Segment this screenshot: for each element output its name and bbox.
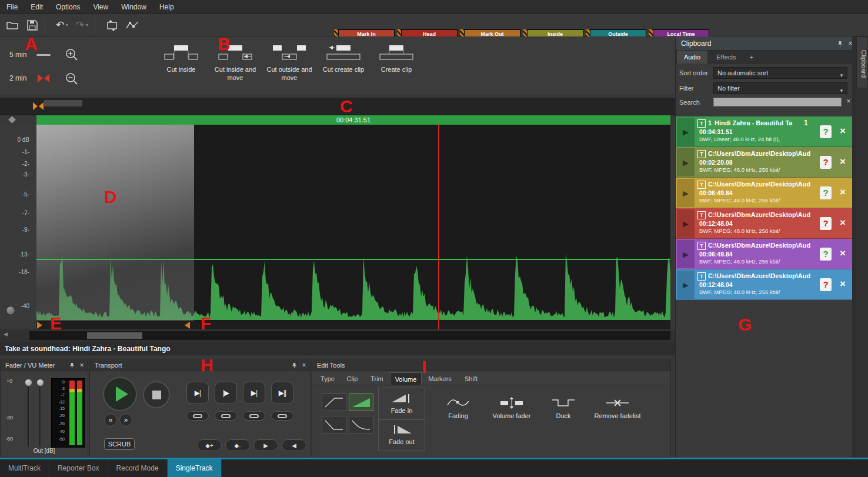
fader-track-right[interactable] [39, 382, 41, 446]
tab-markers[interactable]: Markers [423, 372, 457, 385]
fade-out-button[interactable]: Fade out [379, 419, 425, 451]
clip-row-5[interactable]: ▶ T C:\Users\DbmAzure\Desktop\Aud 00:06:… [676, 239, 852, 269]
open-button[interactable] [5, 18, 20, 33]
loop-button-3[interactable] [243, 411, 265, 421]
automation-button[interactable] [125, 18, 140, 33]
filter-dropdown[interactable]: No filter▼ [713, 82, 847, 94]
zoom-in-button[interactable] [64, 46, 80, 63]
remove-marker-button[interactable]: ◆- [225, 439, 250, 451]
previous-marker-button[interactable]: ◀ [282, 439, 306, 451]
clip-play-button[interactable]: ▶ [677, 118, 695, 146]
level-knob[interactable] [6, 306, 15, 315]
tab-reporter-box[interactable]: Reporter Box [49, 459, 108, 477]
clear-search-icon[interactable]: × [844, 97, 853, 105]
zoom-out-button[interactable] [64, 71, 80, 87]
keyframe-diamond-icon[interactable] [8, 116, 16, 124]
forward-button[interactable]: » [119, 413, 132, 426]
clip-help-button[interactable]: ? [820, 248, 832, 261]
tab-clip[interactable]: Clip [340, 372, 364, 385]
zoom-preset-5min[interactable]: 5 min [9, 51, 26, 59]
clip-close-button[interactable]: × [837, 247, 849, 260]
timeline-ruler[interactable] [0, 98, 675, 115]
save-button[interactable] [25, 18, 40, 33]
fade-in-curve-button[interactable] [349, 393, 373, 411]
fade-in-button[interactable]: Fade in [379, 388, 425, 419]
transfer-button[interactable] [105, 18, 120, 33]
play-to-mark-button[interactable]: ▶| [186, 382, 209, 404]
tab-singletrack[interactable]: SingleTrack [168, 459, 222, 477]
clip-row-1[interactable]: ▶ T 1 Hindi Zahra - Beautiful Ta 1 00:04… [676, 116, 852, 147]
redo-button[interactable]: ↷▼ [75, 18, 90, 33]
duck-button[interactable]: Duck [543, 397, 584, 420]
loop-button-2[interactable] [215, 411, 237, 421]
rewind-button[interactable]: « [104, 413, 117, 426]
menu-file[interactable]: File [0, 0, 24, 14]
create-clip-button[interactable]: Create clip [370, 44, 423, 92]
clip-play-button[interactable]: ▶ [677, 271, 695, 299]
visible-range-indicator[interactable] [44, 100, 82, 106]
waveform-view[interactable] [36, 125, 670, 321]
scrollbar-thumb[interactable] [87, 332, 142, 339]
pin-icon[interactable] [68, 361, 76, 369]
clipboard-side-tab[interactable]: Clipboard [856, 36, 868, 88]
mark-out-handle-icon[interactable] [185, 322, 190, 329]
clip-help-button[interactable]: ? [820, 217, 832, 230]
search-input[interactable] [713, 98, 842, 106]
clip-play-button[interactable]: ▶ [677, 209, 695, 238]
tab-type[interactable]: Type [316, 372, 339, 385]
clip-close-button[interactable]: × [837, 278, 849, 291]
next-marker-button[interactable]: ▶ [253, 439, 278, 451]
tab-shift[interactable]: Shift [458, 372, 484, 385]
close-icon[interactable]: × [78, 361, 86, 369]
close-icon[interactable]: × [300, 361, 308, 369]
tab-volume[interactable]: Volume [390, 372, 422, 385]
horizontal-scrollbar[interactable] [29, 331, 670, 340]
clip-close-button[interactable]: × [837, 186, 849, 199]
take-overview-bar[interactable]: 00:04:31.51 [36, 115, 670, 125]
clip-row-3[interactable]: ▶ T C:\Users\DbmAzure\Desktop\Aud 00:06:… [676, 178, 852, 208]
tab-trim[interactable]: Trim [365, 372, 389, 385]
pin-icon[interactable] [836, 39, 844, 48]
loop-button-1[interactable] [186, 411, 209, 421]
tab-multitrack[interactable]: MultiTrack [0, 459, 49, 477]
fader-knob-right[interactable] [36, 379, 44, 386]
mark-in-handle-icon[interactable] [37, 322, 42, 329]
clip-play-button[interactable]: ▶ [677, 179, 695, 207]
clip-play-button[interactable]: ▶ [677, 148, 695, 176]
clip-help-button[interactable]: ? [820, 125, 832, 138]
undo-button[interactable]: ↶▼ [55, 18, 70, 33]
zoom-selection-icon[interactable] [38, 74, 49, 82]
clip-row-6[interactable]: ▶ T C:\Users\DbmAzure\Desktop\Aud 00:12:… [676, 269, 852, 300]
volume-envelope-line[interactable] [36, 259, 670, 260]
fade-out-linear-button[interactable] [322, 416, 346, 433]
pin-icon[interactable] [290, 361, 298, 369]
soundhead-marker-icon[interactable] [33, 102, 44, 110]
play-button[interactable] [103, 377, 137, 411]
tab-record-mode[interactable]: Record Mode [108, 459, 168, 477]
tab-audio[interactable]: Audio [677, 51, 707, 64]
clip-play-button[interactable]: ▶ [677, 240, 695, 268]
undo-dropdown-icon[interactable]: ▼ [65, 23, 69, 27]
selection-region[interactable] [36, 125, 194, 321]
menu-window[interactable]: Window [115, 0, 153, 14]
menu-edit[interactable]: Edit [24, 0, 49, 14]
fader-track-left[interactable] [28, 382, 29, 446]
fade-in-linear-button[interactable] [322, 393, 346, 411]
tab-effects[interactable]: Effects [709, 51, 744, 64]
clip-help-button[interactable]: ? [820, 278, 832, 291]
menu-options[interactable]: Options [49, 0, 86, 14]
clip-close-button[interactable]: × [837, 125, 849, 138]
clip-close-button[interactable]: × [837, 216, 849, 229]
clip-row-4[interactable]: ▶ T C:\Users\DbmAzure\Desktop\Aud 00:12:… [676, 208, 852, 239]
menu-view[interactable]: View [86, 0, 115, 14]
fade-out-curve-button[interactable] [349, 416, 373, 433]
redo-dropdown-icon[interactable]: ▼ [85, 23, 89, 27]
cut-create-clip-button[interactable]: Cut create clip [317, 44, 370, 92]
clip-help-button[interactable]: ? [820, 186, 832, 199]
fading-button[interactable]: Fading [435, 397, 482, 420]
add-marker-button[interactable]: ◆+ [197, 439, 222, 451]
clip-close-button[interactable]: × [837, 155, 849, 168]
play-selection-button[interactable]: ▶| [243, 382, 265, 404]
volume-fader-button[interactable]: Volume fader [486, 397, 537, 420]
loop-button-4[interactable] [271, 411, 293, 421]
